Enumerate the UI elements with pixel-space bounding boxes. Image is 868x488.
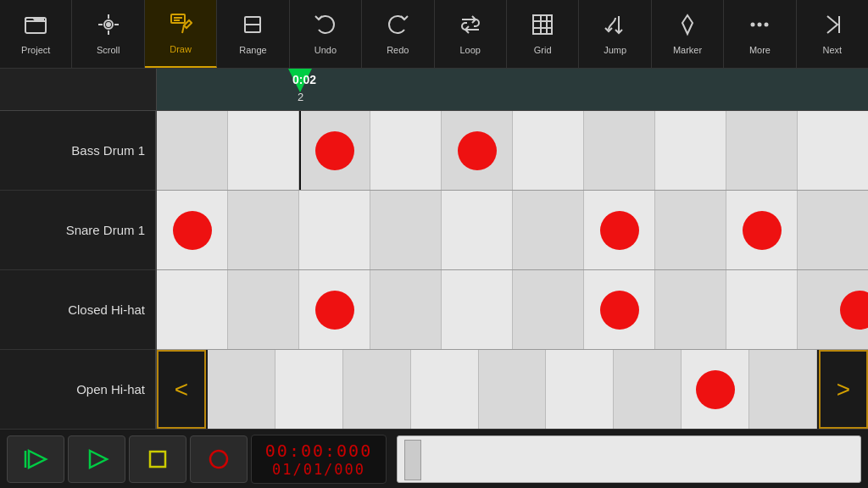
toolbar-redo-btn[interactable]: Redo: [362, 0, 434, 68]
grid-cell[interactable]: [584, 191, 655, 269]
toolbar-marker-btn[interactable]: Marker: [652, 0, 724, 68]
grid-cell[interactable]: [275, 350, 343, 429]
track-labels: Bass Drum 1 Snare Drum 1 Closed Hi-hat O…: [0, 111, 157, 429]
grid-cell[interactable]: [442, 270, 513, 349]
track-label-closed-hihat: Closed Hi-hat: [0, 270, 155, 350]
grid-cell[interactable]: [343, 350, 411, 429]
grid-cell[interactable]: [370, 270, 442, 349]
play-icon: [83, 446, 110, 473]
note-dot: [173, 211, 212, 250]
toolbar-loop-btn[interactable]: Loop: [435, 0, 507, 68]
track-label-bass-drum: Bass Drum 1: [0, 111, 155, 191]
next-btn-label: Next: [823, 45, 843, 55]
grid-cell[interactable]: [546, 350, 614, 429]
grid-cell[interactable]: [749, 350, 817, 429]
toolbar-grid-btn[interactable]: Grid: [507, 0, 579, 68]
grid-cell[interactable]: [299, 111, 370, 190]
grid-cell[interactable]: [208, 350, 275, 429]
marker-icon: [676, 13, 699, 42]
toolbar-jump-btn[interactable]: Jump: [579, 0, 651, 68]
grid-cell[interactable]: [370, 111, 442, 190]
track-row-bass-drum[interactable]: [157, 111, 868, 191]
grid-cell[interactable]: [655, 270, 726, 349]
track-row-snare-drum[interactable]: [157, 191, 868, 270]
grid-cell[interactable]: [299, 191, 370, 269]
record-btn[interactable]: [190, 435, 248, 483]
bottom-bar: 00:00:000 01/01/000: [0, 429, 868, 488]
grid-cell[interactable]: [157, 111, 228, 190]
toolbar-scroll-btn[interactable]: Scroll: [72, 0, 144, 68]
stop-btn[interactable]: [129, 435, 186, 483]
grid-cell[interactable]: [655, 111, 726, 190]
toolbar-undo-btn[interactable]: Undo: [290, 0, 362, 68]
grid-cell[interactable]: [584, 111, 655, 190]
marker-btn-label: Marker: [673, 45, 702, 55]
grid-cell[interactable]: [442, 191, 513, 269]
redo-icon: [386, 13, 409, 42]
grid-cell[interactable]: [370, 191, 442, 269]
toolbar-next-btn[interactable]: Next: [797, 0, 868, 68]
grid-cell[interactable]: [157, 270, 228, 349]
svg-marker-24: [29, 451, 46, 468]
time-label: 0:02: [292, 73, 316, 86]
grid-cell[interactable]: [726, 191, 798, 269]
nav-arrow-left-btn[interactable]: <: [157, 350, 206, 429]
grid-cell[interactable]: [682, 350, 749, 429]
grid-icon: [531, 13, 554, 42]
grid-cell[interactable]: [798, 270, 868, 349]
grid-cell[interactable]: [726, 111, 798, 190]
grid-cell[interactable]: [726, 270, 798, 349]
timeline-ruler-area[interactable]: 0:02 2: [157, 69, 868, 110]
folder-icon: [24, 13, 47, 42]
note-dot: [840, 291, 868, 330]
undo-btn-label: Undo: [314, 45, 337, 55]
grid-cell[interactable]: [513, 191, 584, 269]
more-icon: [748, 13, 771, 42]
svg-rect-27: [150, 452, 165, 467]
draw-icon: [169, 12, 192, 41]
grid-cell[interactable]: [655, 191, 726, 269]
record-icon: [205, 446, 232, 473]
grid-cell[interactable]: [228, 191, 299, 269]
grid-cell[interactable]: [299, 270, 370, 349]
grid-cell[interactable]: [798, 191, 868, 269]
svg-marker-26: [90, 451, 107, 468]
loop-btn-label: Loop: [460, 45, 481, 55]
toolbar-more-btn[interactable]: More: [724, 0, 796, 68]
grid-cell[interactable]: [411, 350, 479, 429]
grid-cell[interactable]: [157, 191, 228, 269]
grid-cell[interactable]: [584, 270, 655, 349]
draw-btn-label: Draw: [170, 44, 192, 54]
grid-cell[interactable]: [442, 111, 513, 190]
toolbar-project-btn[interactable]: Project: [0, 0, 72, 68]
time-top: 00:00:000: [264, 441, 374, 461]
track-row-closed-hihat[interactable]: [157, 270, 868, 350]
mini-timeline-cursor: [404, 440, 421, 480]
nav-arrow-right-btn[interactable]: >: [819, 350, 868, 429]
toolbar-draw-btn[interactable]: Draw: [145, 0, 217, 68]
grid-cell[interactable]: [228, 111, 299, 190]
scroll-btn-label: Scroll: [97, 45, 120, 55]
grid-cell[interactable]: [513, 270, 584, 349]
grid: < >: [157, 111, 868, 429]
note-dot: [696, 370, 735, 409]
play-loop-btn[interactable]: [7, 435, 64, 483]
svg-point-22: [765, 23, 769, 27]
grid-cell[interactable]: [228, 270, 299, 349]
svg-marker-19: [682, 15, 693, 34]
undo-icon: [314, 13, 337, 42]
svg-point-2: [107, 23, 110, 26]
svg-line-10: [182, 25, 184, 33]
jump-icon: [604, 13, 627, 42]
grid-area[interactable]: < >: [157, 111, 868, 429]
grid-cell[interactable]: [513, 111, 584, 190]
mini-timeline[interactable]: [397, 435, 861, 483]
time-display: 00:00:000 01/01/000: [251, 435, 387, 484]
toolbar-range-btn[interactable]: Range: [217, 0, 289, 68]
grid-cell[interactable]: [798, 111, 868, 190]
grid-cell[interactable]: [479, 350, 547, 429]
play-btn[interactable]: [68, 435, 125, 483]
grid-cell[interactable]: [614, 350, 682, 429]
track-row-open-hihat[interactable]: < >: [157, 350, 868, 429]
range-btn-label: Range: [239, 45, 266, 55]
